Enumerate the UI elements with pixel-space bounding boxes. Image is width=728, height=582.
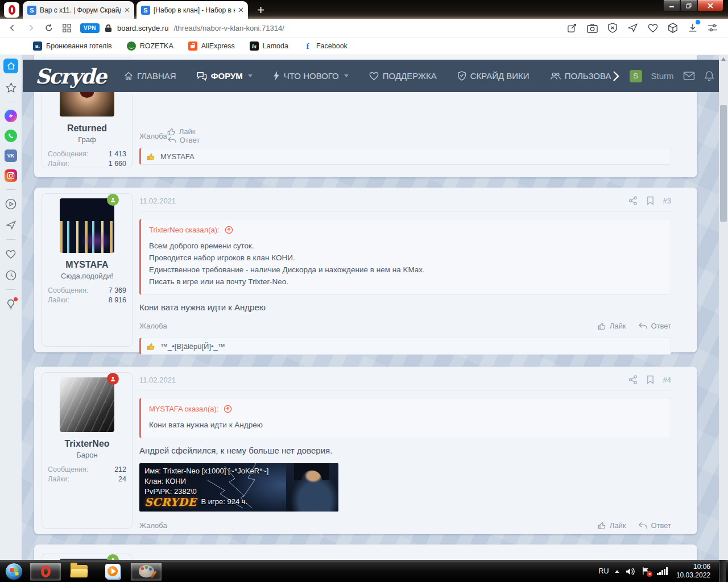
report-link[interactable]: Жалоба [139,132,167,140]
scryde-logo[interactable]: Scryde [35,64,106,88]
action-center-flag-icon[interactable]: x [642,567,651,576]
taskbar-media-player-button[interactable] [97,562,129,581]
downloads-button[interactable] [688,23,698,33]
show-desktop-button[interactable] [719,560,726,582]
post-date[interactable]: 11.02.2021 [139,376,176,384]
avatar-trixterneo[interactable] [60,377,114,432]
page-scrollbar[interactable] [719,55,728,560]
avatar-mystafa[interactable] [60,198,114,253]
window-minimize-button[interactable] [663,0,680,11]
forward-button[interactable] [26,23,35,32]
instagram-icon[interactable] [5,169,17,182]
post-number[interactable]: #4 [663,376,671,384]
network-signal-icon[interactable] [657,567,668,575]
like-button[interactable]: Лайк [167,127,200,136]
snapshot-camera-icon[interactable] [587,23,598,33]
bookmark-aliexpress[interactable]: AliExpress [188,41,235,51]
nav-item-wiki[interactable]: СКРАЙД ВИКИ [457,71,530,81]
like-button[interactable]: Лайк [598,322,626,330]
reply-button[interactable]: Ответ [638,521,671,530]
nav-item-forum[interactable]: ФОРУМ [197,71,253,81]
favorites-heart-icon[interactable] [648,23,658,33]
nav-item-users[interactable]: ПОЛЬЗОВА [550,71,611,81]
nav-item-whats-new[interactable]: ЧТО НОВОГО [273,71,349,81]
taskbar-paint-button[interactable] [130,562,162,581]
post-author-name[interactable]: MYSTAFA [42,260,132,270]
reply-button[interactable]: Ответ [638,322,671,330]
bookmark-hotels[interactable]: B. Бронювання готелів [33,41,112,51]
bookmark-icon[interactable] [647,196,654,205]
speed-dial-button[interactable] [63,24,71,32]
tips-bulb-icon[interactable] [4,297,18,311]
easy-setup-sliders-icon[interactable] [708,23,718,32]
nav-item-support[interactable]: ПОДДЕРЖКА [369,71,437,81]
bookmark-edit-icon[interactable] [567,23,577,33]
reaction-users[interactable]: MYSTAFA [160,152,195,161]
clock[interactable]: 10:06 10.03.2022 [676,563,710,580]
speed-dial-home-icon[interactable] [3,59,18,73]
post-number[interactable]: #3 [663,197,671,205]
share-icon[interactable] [628,196,638,205]
browser-tab-1[interactable]: S Вар с x11. | Форум Скрайд [23,1,134,19]
window-close-button[interactable] [697,0,723,11]
post-author-name[interactable]: TrixterNeo [42,439,132,449]
start-button[interactable] [5,563,23,580]
account-username[interactable]: Sturm [651,71,674,81]
taskbar-explorer-button[interactable] [63,562,95,581]
share-icon[interactable] [628,375,638,384]
player-icon[interactable] [4,197,18,211]
vk-icon[interactable]: VK [5,149,17,162]
scrollbar-thumb[interactable] [720,105,727,222]
bookmark-icon[interactable] [647,375,654,384]
report-link[interactable]: Жалоба [139,521,167,530]
heart-icon [369,72,379,81]
post-author-name[interactable]: Returned [42,123,132,134]
scroll-up-arrow[interactable] [721,57,726,61]
my-flow-sidebar-icon[interactable] [4,218,18,232]
post-date[interactable]: 11.02.2021 [139,197,176,205]
account-avatar[interactable]: S [630,70,642,82]
download-notification-dot [696,20,700,24]
back-button[interactable] [8,23,17,32]
alerts-bell-icon[interactable] [704,70,714,81]
reload-button[interactable] [44,23,53,32]
history-icon[interactable] [4,268,18,282]
extensions-cube-icon[interactable] [668,23,678,34]
tab-close-icon[interactable] [238,7,243,13]
personal-news-icon[interactable] [4,247,18,261]
taskbar-opera-button[interactable] [30,562,61,581]
signature-banner[interactable]: Имя: Trixter-Neo [x1000] [~*JoKeR*~] Кла… [139,463,338,512]
quote-expand-icon[interactable] [224,405,232,413]
bookmarks-star-icon[interactable] [4,81,18,94]
adblock-shield-icon[interactable] [607,23,618,33]
volume-icon[interactable] [626,567,635,576]
reply-button[interactable]: Ответ [167,136,200,144]
bookmark-rozetka[interactable]: ROZETKA [127,41,173,51]
tab-close-icon[interactable] [125,7,130,13]
new-tab-button[interactable] [255,5,266,15]
messenger-icon[interactable] [5,110,17,122]
likes-label: Лайки: [48,475,69,484]
thumb-up-icon [167,127,176,136]
chevron-right-icon[interactable] [611,70,621,82]
window-restore-button[interactable] [680,0,697,11]
like-button[interactable]: Лайк [598,521,626,530]
nav-item-home[interactable]: ГЛАВНАЯ [124,71,176,81]
whatsapp-icon[interactable] [5,130,17,142]
bookmark-facebook[interactable]: f Facebook [303,41,348,51]
quote-author[interactable]: MYSTAFA сказал(а): [149,405,663,413]
inbox-mail-icon[interactable] [683,71,695,81]
forum-nav-bar: Scryde ГЛАВНАЯ ФОРУМ ЧТО НОВОГО [23,60,719,92]
browser-tab-2-active[interactable]: S [Набор в клан] - Набор в к [136,1,248,19]
language-indicator[interactable]: RU [598,567,609,575]
quote-expand-icon[interactable] [225,226,233,234]
vpn-badge[interactable]: VPN [80,23,100,33]
address-field[interactable]: VPN board.scryde.ru/threads/nabor-v-klan… [80,23,284,33]
quote-author[interactable]: TrixterNeo сказал(а): [149,226,663,234]
report-link[interactable]: Жалоба [139,322,167,330]
hidden-icons-arrow[interactable] [615,570,619,573]
bookmark-lamoda[interactable]: la Lamoda [250,41,288,51]
reaction-users[interactable]: ™_•[B]âlêpü[Й]•_™ [160,342,225,351]
my-flow-icon[interactable] [627,23,638,33]
opera-menu-button[interactable] [4,2,19,18]
